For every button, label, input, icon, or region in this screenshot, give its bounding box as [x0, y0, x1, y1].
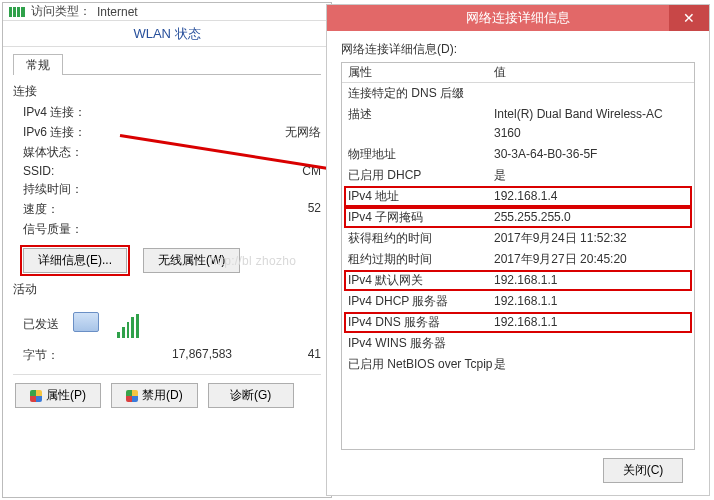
details-row-value: 255.255.255.0 [494, 208, 688, 227]
access-type-value: Internet [97, 5, 138, 19]
details-list-label: 网络连接详细信息(D): [341, 41, 695, 58]
monitor-icon [73, 312, 99, 332]
ipv4-conn-label: IPv4 连接： [23, 104, 123, 121]
details-row[interactable]: 连接特定的 DNS 后缀 [342, 83, 694, 104]
details-row[interactable]: IPv4 子网掩码255.255.255.0 [342, 207, 694, 228]
close-button[interactable]: ✕ [669, 5, 709, 31]
shield-icon [126, 390, 138, 402]
signal-value [123, 221, 321, 238]
speed-label: 速度： [23, 201, 123, 218]
details-list-header: 属性 值 [342, 63, 694, 83]
wlan-window-title: WLAN 状态 [3, 21, 331, 47]
details-row[interactable]: 租约过期的时间2017年9月27日 20:45:20 [342, 249, 694, 270]
details-row-property: 已启用 DHCP [348, 166, 494, 185]
details-row-property: IPv4 WINS 服务器 [348, 334, 494, 353]
details-row-value: 2017年9月27日 20:45:20 [494, 250, 688, 269]
bytes-recv-value: 41 [281, 347, 321, 364]
details-row-value: 192.168.1.1 [494, 313, 688, 332]
details-row-value: 是 [494, 166, 688, 185]
media-state-label: 媒体状态： [23, 144, 123, 161]
signal-bars-icon [117, 314, 139, 338]
close-dialog-button[interactable]: 关闭(C) [603, 458, 683, 483]
signal-label: 信号质量： [23, 221, 123, 238]
details-row-property: IPv4 子网掩码 [348, 208, 494, 227]
ipv6-conn-label: IPv6 连接： [23, 124, 123, 141]
col-property: 属性 [348, 64, 494, 81]
details-window-title: 网络连接详细信息 [327, 9, 709, 27]
details-row-value: 30-3A-64-B0-36-5F [494, 145, 688, 164]
access-type-label: 访问类型： [31, 3, 91, 20]
details-row[interactable]: 描述Intel(R) Dual Band Wireless-AC 3160 [342, 104, 694, 144]
duration-value [123, 181, 321, 198]
activity-sent-label: 已发送 [23, 316, 59, 333]
section-activity: 活动 [13, 281, 321, 298]
shield-icon [30, 390, 42, 402]
tab-general[interactable]: 常规 [13, 54, 63, 75]
details-row-property: IPv4 默认网关 [348, 271, 494, 290]
details-row-property: IPv4 DNS 服务器 [348, 313, 494, 332]
details-row-property: 连接特定的 DNS 后缀 [348, 84, 494, 103]
details-row-value [494, 334, 688, 353]
details-row-value: 192.168.1.4 [494, 187, 688, 206]
details-row[interactable]: IPv4 地址192.168.1.4 [342, 186, 694, 207]
duration-label: 持续时间： [23, 181, 123, 198]
close-icon: ✕ [683, 10, 695, 26]
details-row[interactable]: 物理地址30-3A-64-B0-36-5F [342, 144, 694, 165]
details-row-value [494, 84, 688, 103]
details-row[interactable]: IPv4 WINS 服务器 [342, 333, 694, 354]
watermark-text: http://bl zhozho [210, 254, 296, 268]
details-row[interactable]: 已启用 DHCP是 [342, 165, 694, 186]
details-row-property: 租约过期的时间 [348, 250, 494, 269]
details-list[interactable]: 属性 值 连接特定的 DNS 后缀描述Intel(R) Dual Band Wi… [341, 62, 695, 450]
col-value: 值 [494, 64, 688, 81]
speed-value: 52 [123, 201, 321, 218]
details-row[interactable]: IPv4 DHCP 服务器192.168.1.1 [342, 291, 694, 312]
details-row[interactable]: IPv4 DNS 服务器192.168.1.1 [342, 312, 694, 333]
wifi-signal-icon [9, 7, 25, 17]
section-connection: 连接 [13, 83, 321, 100]
ssid-label: SSID: [23, 164, 123, 178]
details-row-value: 是 [494, 355, 688, 374]
details-row-property: 获得租约的时间 [348, 229, 494, 248]
wlan-top-bar: 访问类型： Internet [3, 3, 331, 21]
details-row[interactable]: 获得租约的时间2017年9月24日 11:52:32 [342, 228, 694, 249]
details-button[interactable]: 详细信息(E)... [23, 248, 127, 273]
details-row-property: 描述 [348, 105, 494, 143]
bytes-label: 字节： [23, 347, 123, 364]
tab-strip: 常规 [13, 53, 321, 75]
details-row-property: 已启用 NetBIOS over Tcpip [348, 355, 494, 374]
details-titlebar: 网络连接详细信息 ✕ [327, 5, 709, 31]
ssid-value: CM [123, 164, 321, 178]
details-row[interactable]: IPv4 默认网关192.168.1.1 [342, 270, 694, 291]
details-row-value: 192.168.1.1 [494, 292, 688, 311]
diagnose-button[interactable]: 诊断(G) [208, 383, 294, 408]
network-details-window: 网络连接详细信息 ✕ 网络连接详细信息(D): 属性 值 连接特定的 DNS 后… [326, 4, 710, 496]
details-row-property: IPv4 DHCP 服务器 [348, 292, 494, 311]
ipv4-conn-value [123, 104, 321, 121]
disable-button[interactable]: 禁用(D) [111, 383, 198, 408]
activity-icon [73, 304, 141, 344]
details-row-property: IPv4 地址 [348, 187, 494, 206]
details-row-value: Intel(R) Dual Band Wireless-AC 3160 [494, 105, 688, 143]
details-row[interactable]: 已启用 NetBIOS over Tcpip是 [342, 354, 694, 375]
details-row-value: 2017年9月24日 11:52:32 [494, 229, 688, 248]
bytes-sent-value: 17,867,583 [123, 347, 281, 364]
wlan-status-window: 访问类型： Internet WLAN 状态 常规 连接 IPv4 连接： IP… [2, 2, 332, 498]
details-row-property: 物理地址 [348, 145, 494, 164]
details-row-value: 192.168.1.1 [494, 271, 688, 290]
properties-button[interactable]: 属性(P) [15, 383, 101, 408]
